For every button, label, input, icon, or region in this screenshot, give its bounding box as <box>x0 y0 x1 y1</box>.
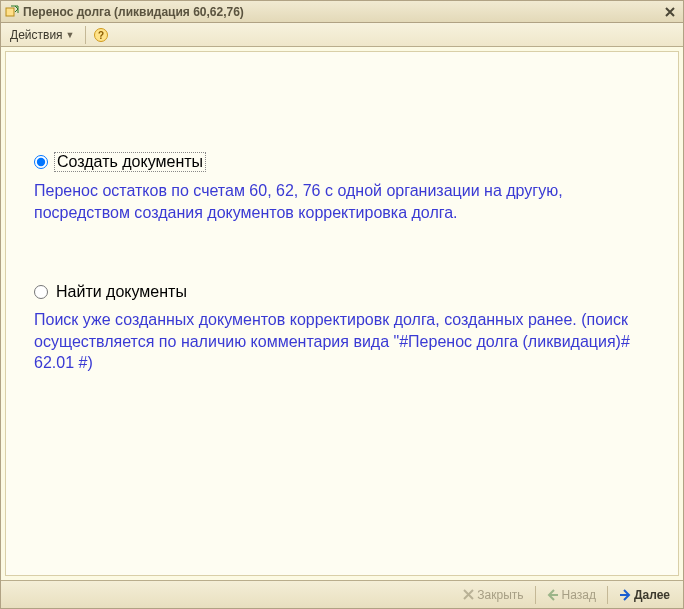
arrow-right-icon <box>619 589 631 601</box>
next-button[interactable]: Далее <box>612 584 677 606</box>
help-button[interactable]: ? <box>91 25 111 45</box>
close-icon[interactable] <box>661 4 679 20</box>
actions-menu[interactable]: Действия ▼ <box>5 25 80 45</box>
footer-separator-1 <box>535 586 536 604</box>
option-find-head[interactable]: Найти документы <box>34 283 650 301</box>
radio-find[interactable] <box>34 285 48 299</box>
svg-text:?: ? <box>97 30 103 41</box>
option-find-label: Найти документы <box>54 283 189 301</box>
actions-label: Действия <box>10 28 63 42</box>
dialog-window: Перенос долга (ликвидация 60,62,76) Дейс… <box>0 0 684 609</box>
option-create: Создать документы Перенос остатков по сч… <box>34 152 650 223</box>
option-create-head[interactable]: Создать документы <box>34 152 650 172</box>
toolbar: Действия ▼ ? <box>1 23 683 47</box>
close-x-icon <box>463 589 474 600</box>
window-title: Перенос долга (ликвидация 60,62,76) <box>23 5 657 19</box>
svg-rect-0 <box>6 8 14 16</box>
option-create-desc: Перенос остатков по счетам 60, 62, 76 с … <box>34 180 634 223</box>
option-find: Найти документы Поиск уже созданных доку… <box>34 283 650 374</box>
back-button[interactable]: Назад <box>540 584 603 606</box>
close-button[interactable]: Закрыть <box>456 584 530 606</box>
footer-separator-2 <box>607 586 608 604</box>
app-icon <box>5 5 19 19</box>
arrow-left-icon <box>547 589 559 601</box>
option-find-desc: Поиск уже созданных документов корректир… <box>34 309 634 374</box>
title-bar: Перенос долга (ликвидация 60,62,76) <box>1 1 683 23</box>
chevron-down-icon: ▼ <box>66 30 75 40</box>
back-label: Назад <box>562 588 596 602</box>
content-pane: Создать документы Перенос остатков по сч… <box>5 51 679 576</box>
toolbar-separator <box>85 26 86 44</box>
radio-create[interactable] <box>34 155 48 169</box>
close-label: Закрыть <box>477 588 523 602</box>
option-create-label: Создать документы <box>54 152 206 172</box>
next-label: Далее <box>634 588 670 602</box>
footer: Закрыть Назад Далее <box>1 580 683 608</box>
